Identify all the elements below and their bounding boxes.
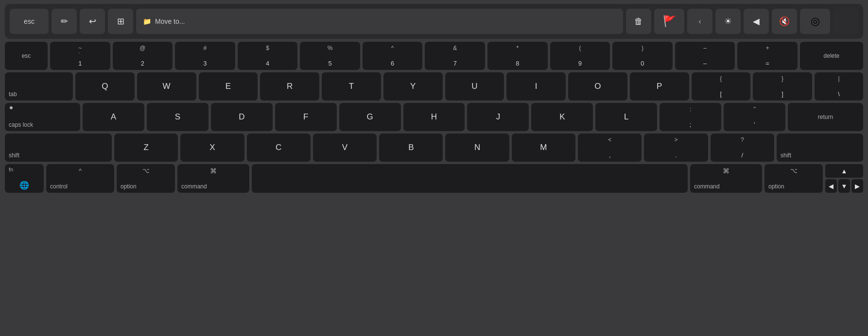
key-arrow-down[interactable]: ▼ bbox=[838, 179, 850, 193]
key-0[interactable]: ) 0 bbox=[612, 42, 673, 70]
moveto-label: Move to... bbox=[155, 17, 185, 25]
key-comma[interactable]: < , bbox=[578, 134, 642, 162]
key-return[interactable]: return bbox=[788, 103, 863, 131]
key-fn[interactable]: fn 🌐 bbox=[5, 164, 44, 193]
key-a[interactable]: A bbox=[83, 103, 144, 131]
key-delete[interactable]: delete bbox=[800, 42, 863, 70]
key-r[interactable]: R bbox=[260, 72, 319, 101]
key-control[interactable]: ^ control bbox=[46, 164, 114, 193]
compose-btn[interactable]: ✏ bbox=[52, 9, 77, 34]
key-9[interactable]: ( 9 bbox=[550, 42, 610, 70]
key-j[interactable]: J bbox=[467, 103, 529, 131]
key-n[interactable]: N bbox=[445, 134, 509, 162]
key-rbracket[interactable]: } ] bbox=[753, 72, 812, 101]
volume-btn[interactable]: ◀ bbox=[744, 9, 769, 34]
touch-bar: esc ✏ ↩ ⊞ 📁 Move to... 🗑 🚩 ‹ ☀ ◀ 🔇 ◎ bbox=[5, 4, 863, 39]
key-semicolon[interactable]: : ; bbox=[660, 103, 721, 131]
key-z[interactable]: Z bbox=[114, 134, 178, 162]
mute-icon: 🔇 bbox=[779, 16, 790, 27]
key-t[interactable]: T bbox=[322, 72, 381, 101]
moveto-folder-icon: 📁 bbox=[143, 17, 151, 25]
key-w[interactable]: W bbox=[137, 72, 196, 101]
reply-btn[interactable]: ↩ bbox=[80, 9, 105, 34]
key-b[interactable]: B bbox=[379, 134, 443, 162]
command-right-label: command bbox=[694, 183, 720, 190]
globe-icon: 🌐 bbox=[19, 181, 29, 190]
tb-extra bbox=[833, 9, 858, 34]
key-v[interactable]: V bbox=[313, 134, 377, 162]
number-row: esc ~` 1 @ 2 # 3 $ 4 % 5 ^ 6 & 7 bbox=[5, 42, 863, 70]
key-quote[interactable]: " ' bbox=[724, 103, 785, 131]
key-l[interactable]: L bbox=[595, 103, 657, 131]
shift-left-label: shift bbox=[9, 152, 19, 159]
key-shift-right[interactable]: shift bbox=[777, 134, 863, 162]
esc-label: esc bbox=[24, 17, 35, 25]
moveto-btn[interactable]: 📁 Move to... bbox=[136, 9, 623, 34]
key-o[interactable]: O bbox=[568, 72, 627, 101]
chevron-left-btn[interactable]: ‹ bbox=[687, 9, 712, 34]
key-command-right[interactable]: ⌘ command bbox=[690, 164, 762, 193]
key-equals[interactable]: + = bbox=[737, 42, 798, 70]
esc-key[interactable]: esc bbox=[10, 9, 49, 34]
caps-lock-indicator bbox=[10, 106, 13, 109]
arrow-cluster: ▲ ◀ ▼ ▶ bbox=[825, 164, 863, 193]
brightness-btn[interactable]: ☀ bbox=[715, 9, 741, 34]
key-y[interactable]: Y bbox=[383, 72, 443, 101]
key-slash[interactable]: ? / bbox=[711, 134, 774, 162]
key-6[interactable]: ^ 6 bbox=[363, 42, 423, 70]
key-8[interactable]: * 8 bbox=[487, 42, 548, 70]
key-x[interactable]: X bbox=[180, 134, 244, 162]
key-e[interactable]: E bbox=[199, 72, 258, 101]
key-i[interactable]: I bbox=[506, 72, 566, 101]
key-caps-lock[interactable]: caps lock bbox=[5, 103, 80, 131]
key-5[interactable]: % 5 bbox=[300, 42, 360, 70]
key-lbracket[interactable]: { [ bbox=[692, 72, 751, 101]
key-f[interactable]: F bbox=[275, 103, 337, 131]
key-arrow-up[interactable]: ▲ bbox=[825, 164, 863, 178]
key-esc[interactable]: esc bbox=[5, 42, 48, 70]
delete-label: delete bbox=[824, 52, 840, 59]
key-u[interactable]: U bbox=[445, 72, 504, 101]
tab-label: tab bbox=[9, 91, 17, 98]
archive-btn[interactable]: ⊞ bbox=[108, 9, 133, 34]
key-2[interactable]: @ 2 bbox=[113, 42, 173, 70]
key-arrow-right[interactable]: ▶ bbox=[851, 179, 863, 193]
esc-text: esc bbox=[22, 52, 31, 59]
qwerty-row: tab Q W E R T Y U I O P { [ } ] | \ bbox=[5, 72, 863, 101]
key-m[interactable]: M bbox=[512, 134, 575, 162]
flag-btn[interactable]: 🚩 bbox=[654, 9, 684, 34]
key-g[interactable]: G bbox=[339, 103, 401, 131]
key-shift-left[interactable]: shift bbox=[5, 134, 112, 162]
key-3[interactable]: # 3 bbox=[175, 42, 235, 70]
key-h[interactable]: H bbox=[403, 103, 465, 131]
mute-btn[interactable]: 🔇 bbox=[772, 9, 797, 34]
key-s[interactable]: S bbox=[147, 103, 208, 131]
key-minus[interactable]: – – bbox=[675, 42, 735, 70]
key-period[interactable]: > . bbox=[644, 134, 708, 162]
key-arrow-left[interactable]: ◀ bbox=[825, 179, 837, 193]
zxcv-row: shift Z X C V B N M < , > . ? / shift bbox=[5, 134, 863, 162]
key-backslash[interactable]: | \ bbox=[815, 72, 863, 101]
key-command-left[interactable]: ⌘ command bbox=[177, 164, 249, 193]
key-k[interactable]: K bbox=[531, 103, 593, 131]
key-d[interactable]: D bbox=[211, 103, 273, 131]
return-label: return bbox=[818, 114, 833, 120]
key-1[interactable]: ~` 1 bbox=[50, 42, 110, 70]
key-q[interactable]: Q bbox=[75, 72, 135, 101]
key-space[interactable] bbox=[252, 164, 688, 193]
key-option-right[interactable]: ⌥ option bbox=[764, 164, 823, 193]
siri-icon: ◎ bbox=[811, 15, 820, 28]
key-tab[interactable]: tab bbox=[5, 72, 73, 101]
trash-icon: 🗑 bbox=[634, 17, 643, 27]
arrow-bottom-row: ◀ ▼ ▶ bbox=[825, 179, 863, 193]
key-p[interactable]: P bbox=[630, 72, 689, 101]
asdf-row: caps lock A S D F G H J K L : ; " ' retu… bbox=[5, 103, 863, 131]
key-7[interactable]: & 7 bbox=[425, 42, 485, 70]
key-4[interactable]: $ 4 bbox=[238, 42, 298, 70]
trash-btn[interactable]: 🗑 bbox=[626, 9, 651, 34]
flag-icon: 🚩 bbox=[663, 15, 676, 28]
siri-btn[interactable]: ◎ bbox=[800, 9, 830, 34]
caps-lock-label: caps lock bbox=[9, 121, 33, 128]
key-option-left[interactable]: ⌥ option bbox=[117, 164, 175, 193]
key-c[interactable]: C bbox=[247, 134, 311, 162]
